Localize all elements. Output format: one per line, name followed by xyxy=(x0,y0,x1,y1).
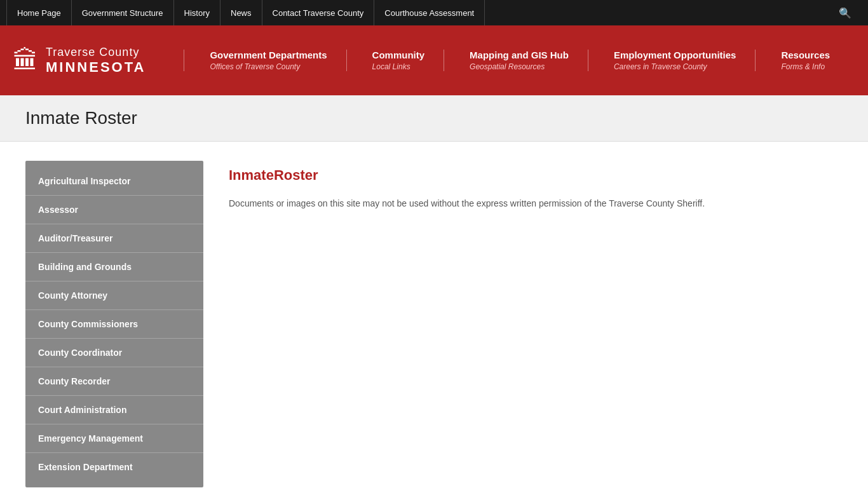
state-icon: 🏛 xyxy=(13,46,38,75)
main-content: Agricultural Inspector Assessor Auditor/… xyxy=(0,142,868,488)
header-nav-employment-subtitle: Careers in Traverse County xyxy=(614,62,736,71)
header-nav-resources-title: Resources xyxy=(781,50,830,60)
topnav-news[interactable]: News xyxy=(220,0,262,25)
content-body: Documents or images on this site may not… xyxy=(229,196,843,210)
header-nav-resources[interactable]: Resources Forms & Info xyxy=(775,50,849,71)
sidebar-item-emergency[interactable]: Emergency Management xyxy=(25,424,203,453)
sidebar-item-commissioners[interactable]: County Commissioners xyxy=(25,310,203,339)
content-heading: InmateRoster xyxy=(229,167,843,184)
header-nav-community[interactable]: Community Local Links xyxy=(366,50,445,71)
topnav-home[interactable]: Home Page xyxy=(6,0,72,25)
sidebar-item-extension[interactable]: Extension Department xyxy=(25,453,203,481)
header-nav-community-subtitle: Local Links xyxy=(372,62,425,71)
page-title-area: Inmate Roster xyxy=(0,95,868,142)
header-nav: Government Departments Offices of Traver… xyxy=(184,50,849,71)
sidebar: Agricultural Inspector Assessor Auditor/… xyxy=(25,161,203,487)
page-title: Inmate Roster xyxy=(25,108,843,128)
sidebar-item-building[interactable]: Building and Grounds xyxy=(25,253,203,281)
search-icon[interactable]: 🔍 xyxy=(829,0,862,25)
county-name: Traverse County xyxy=(46,46,146,59)
header-nav-gis[interactable]: Mapping and GIS Hub Geospatial Resources xyxy=(463,50,588,71)
top-nav: Home Page Government Structure History N… xyxy=(0,0,868,25)
header-nav-government-title: Government Departments xyxy=(210,50,327,60)
header-nav-employment[interactable]: Employment Opportunities Careers in Trav… xyxy=(607,50,756,71)
sidebar-item-assessor[interactable]: Assessor xyxy=(25,196,203,224)
sidebar-item-agricultural[interactable]: Agricultural Inspector xyxy=(25,167,203,196)
header-nav-community-title: Community xyxy=(372,50,425,60)
sidebar-item-coordinator[interactable]: County Coordinator xyxy=(25,339,203,367)
sidebar-item-court[interactable]: Court Administration xyxy=(25,396,203,424)
header-nav-government-subtitle: Offices of Traverse County xyxy=(210,62,327,71)
header-nav-employment-title: Employment Opportunities xyxy=(614,50,736,60)
topnav-courthouse[interactable]: Courthouse Assessment xyxy=(374,0,485,25)
header-nav-gis-subtitle: Geospatial Resources xyxy=(470,62,569,71)
brand-logo[interactable]: 🏛 Traverse County MINNESOTA xyxy=(13,46,146,76)
topnav-government-structure[interactable]: Government Structure xyxy=(72,0,174,25)
state-name: MINNESOTA xyxy=(46,59,146,76)
topnav-contact[interactable]: Contact Traverse County xyxy=(262,0,375,25)
header-nav-gis-title: Mapping and GIS Hub xyxy=(470,50,569,60)
sidebar-item-county-attorney[interactable]: County Attorney xyxy=(25,281,203,310)
content-area: InmateRoster Documents or images on this… xyxy=(229,161,843,488)
site-header: 🏛 Traverse County MINNESOTA Government D… xyxy=(0,25,868,95)
header-nav-government[interactable]: Government Departments Offices of Traver… xyxy=(203,50,346,71)
sidebar-item-recorder[interactable]: County Recorder xyxy=(25,367,203,396)
header-nav-resources-subtitle: Forms & Info xyxy=(781,62,830,71)
brand-text: Traverse County MINNESOTA xyxy=(46,46,146,76)
topnav-history[interactable]: History xyxy=(174,0,220,25)
sidebar-item-auditor[interactable]: Auditor/Treasurer xyxy=(25,224,203,253)
